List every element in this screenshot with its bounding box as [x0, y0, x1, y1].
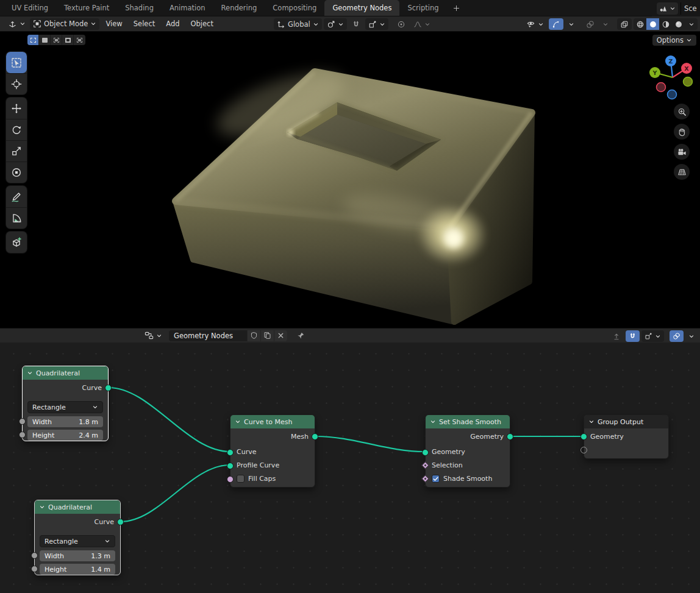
node-curve-to-mesh[interactable]: Curve to Mesh Mesh Curve Profile Curve F… — [230, 414, 315, 488]
node-header[interactable]: Quadrilateral — [23, 366, 108, 380]
node-overlays-dropdown[interactable] — [685, 330, 698, 342]
xray-toggle[interactable] — [617, 18, 632, 30]
socket-height-input[interactable] — [19, 431, 26, 438]
3d-viewport[interactable]: Options — [0, 32, 700, 328]
node-header[interactable]: Group Output — [584, 415, 668, 428]
snap-toggle-button[interactable] — [349, 18, 363, 30]
node-header[interactable]: Curve to Mesh — [230, 415, 315, 428]
measure-tool[interactable] — [6, 207, 27, 229]
tab-uv-editing[interactable]: UV Editing — [4, 0, 56, 16]
node-quadrilateral-2[interactable]: Quadrilateral Curve Rectangle Width 1.3 … — [34, 500, 121, 575]
node-link[interactable] — [121, 465, 230, 522]
tab-scripting[interactable]: Scripting — [399, 0, 446, 16]
pin-button[interactable] — [293, 330, 308, 341]
socket-curve-output[interactable] — [117, 519, 124, 525]
shading-rendered-button[interactable] — [672, 18, 685, 30]
width-slider[interactable]: Width 1.8 m — [27, 416, 103, 427]
parent-tree-button[interactable] — [609, 330, 624, 342]
socket-virtual-input[interactable] — [580, 447, 587, 453]
socket-geometry-input[interactable] — [422, 449, 429, 456]
viewport-object[interactable] — [176, 60, 532, 322]
node-tree-name-field[interactable]: Geometry Nodes — [169, 330, 247, 341]
node-group-output[interactable]: Group Output Geometry — [584, 414, 669, 459]
unlink-button[interactable] — [274, 330, 287, 341]
gizmo-axis-x-neg[interactable] — [657, 83, 666, 92]
zoom-icon[interactable] — [674, 104, 690, 119]
options-button[interactable]: Options — [652, 35, 696, 46]
select-intersect-icon[interactable] — [74, 35, 85, 45]
shade-smooth-checkbox[interactable] — [432, 475, 440, 483]
mode-selector[interactable]: Object Mode — [30, 18, 99, 30]
transform-orientation-selector[interactable]: Global — [274, 18, 322, 30]
visibility-selector[interactable] — [523, 18, 547, 30]
height-slider[interactable]: Height 1.4 m — [40, 564, 115, 575]
select-subtract-icon[interactable] — [51, 35, 62, 45]
node-snap-toggle[interactable] — [626, 330, 640, 342]
pivot-point-selector[interactable] — [324, 18, 347, 30]
node-link[interactable] — [109, 388, 230, 452]
socket-width-input[interactable] — [19, 418, 26, 425]
socket-geometry-output[interactable] — [507, 433, 513, 440]
select-invert-icon[interactable] — [62, 35, 74, 45]
select-extend-icon[interactable] — [39, 35, 51, 45]
editor-type-button[interactable] — [5, 18, 29, 30]
socket-width-input[interactable] — [31, 552, 38, 559]
scene-selector-button[interactable] — [657, 2, 678, 15]
shading-material-button[interactable] — [659, 18, 672, 30]
gizmo-axis-y-neg[interactable] — [684, 77, 693, 87]
shading-wireframe-button[interactable] — [634, 18, 646, 30]
proportional-editing-toggle[interactable] — [394, 18, 409, 30]
shading-dropdown[interactable] — [685, 18, 698, 30]
pan-hand-icon[interactable] — [674, 124, 690, 140]
tab-rendering[interactable]: Rendering — [213, 0, 265, 16]
node-header[interactable]: Quadrilateral — [35, 500, 120, 514]
tree-type-button[interactable] — [141, 330, 165, 341]
node-overlays-toggle[interactable] — [670, 330, 684, 342]
cursor-tool[interactable] — [6, 73, 27, 94]
socket-geometry-input[interactable] — [580, 433, 587, 440]
menu-select[interactable]: Select — [129, 18, 160, 30]
new-copy-button[interactable] — [260, 330, 274, 341]
node-quadrilateral-1[interactable]: Quadrilateral Curve Rectangle Width 1.8 … — [22, 366, 109, 441]
fake-user-button[interactable] — [247, 330, 260, 341]
tab-texture-paint[interactable]: Texture Paint — [56, 0, 117, 16]
socket-mesh-output[interactable] — [312, 433, 318, 440]
overlays-toggle[interactable] — [583, 18, 598, 30]
annotate-tool[interactable] — [6, 186, 27, 207]
menu-object[interactable]: Object — [186, 18, 218, 30]
width-slider[interactable]: Width 1.3 m — [40, 550, 115, 561]
tweak-select-box-tool[interactable] — [6, 52, 27, 73]
gizmo-toggle[interactable] — [549, 18, 563, 30]
falloff-selector[interactable] — [410, 18, 434, 30]
tab-compositing[interactable]: Compositing — [265, 0, 324, 16]
gizmo-axis-z-neg[interactable] — [668, 90, 677, 99]
socket-profile-curve-input[interactable] — [227, 463, 234, 469]
shading-solid-button[interactable] — [646, 18, 659, 30]
transform-tool[interactable] — [6, 162, 27, 183]
scale-tool[interactable] — [6, 140, 27, 162]
snap-target-selector[interactable] — [365, 18, 388, 30]
navigation-gizmo[interactable]: Z X Y — [645, 52, 700, 107]
node-editor-canvas[interactable]: Quadrilateral Curve Rectangle Width 1.8 … — [0, 343, 700, 593]
socket-curve-input[interactable] — [227, 449, 234, 456]
toggle-perspective-icon[interactable] — [674, 164, 690, 180]
tab-animation[interactable]: Animation — [162, 0, 213, 16]
select-new-icon[interactable] — [27, 35, 39, 45]
rotate-tool[interactable] — [6, 119, 27, 140]
add-workspace-button[interactable] — [447, 0, 466, 16]
mode-dropdown[interactable]: Rectangle — [40, 535, 115, 547]
camera-view-icon[interactable] — [674, 144, 690, 160]
move-tool[interactable] — [6, 98, 27, 119]
overlays-dropdown[interactable] — [599, 18, 612, 30]
menu-add[interactable]: Add — [161, 18, 184, 30]
socket-fill-caps-input[interactable] — [227, 476, 234, 483]
add-cube-tool[interactable] — [6, 232, 27, 253]
mode-dropdown[interactable]: Rectangle — [27, 401, 103, 413]
menu-view[interactable]: View — [101, 18, 127, 30]
node-set-shade-smooth[interactable]: Set Shade Smooth Geometry Geometry Selec… — [425, 414, 510, 488]
height-slider[interactable]: Height 2.4 m — [27, 430, 103, 441]
socket-height-input[interactable] — [31, 566, 38, 572]
node-snap-target[interactable] — [641, 330, 664, 342]
socket-curve-output[interactable] — [105, 385, 112, 391]
fill-caps-checkbox[interactable] — [237, 475, 245, 483]
